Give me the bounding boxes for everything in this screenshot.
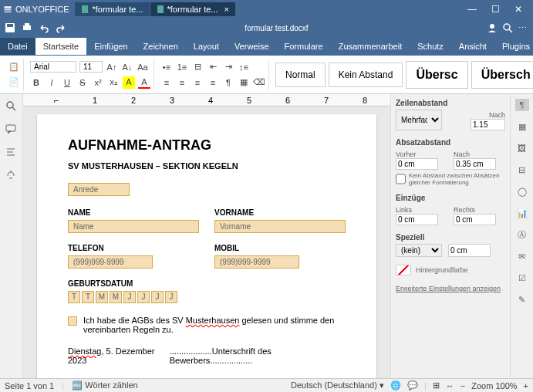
italic-button[interactable]: I [46, 76, 58, 89]
outdent-icon[interactable]: ⇤ [207, 61, 219, 73]
increase-font-icon[interactable]: A↑ [106, 61, 118, 73]
date-char[interactable]: T [82, 291, 94, 303]
date-char[interactable]: J [151, 291, 164, 303]
search-icon[interactable] [5, 100, 18, 113]
horizontal-ruler[interactable]: ⌐12345678 [23, 94, 390, 106]
zoom-label[interactable]: Zoom 100% [471, 381, 517, 390]
table-settings-icon[interactable]: ▦ [515, 120, 529, 133]
decrease-font-icon[interactable]: A↓ [121, 61, 133, 73]
paragraph-settings-icon[interactable]: ¶ [515, 99, 529, 111]
close-tab-icon[interactable]: × [224, 5, 229, 14]
feedback-icon[interactable] [5, 170, 18, 182]
font-color-button[interactable]: A [138, 76, 150, 89]
undo-icon[interactable] [39, 22, 49, 33]
strike-button[interactable]: S [76, 76, 89, 89]
mailmerge-icon[interactable]: ✉ [515, 250, 529, 262]
menu-forms[interactable]: Formulare [277, 38, 331, 55]
copy-icon[interactable]: 📋 [8, 61, 20, 73]
style-nospacing[interactable]: Kein Abstand [329, 63, 403, 87]
align-justify-icon[interactable]: ≡ [207, 76, 219, 89]
spacing-after[interactable] [454, 158, 496, 170]
spellcheck-icon[interactable]: 🌐 [390, 380, 401, 390]
zoom-out-icon[interactable]: − [460, 381, 465, 390]
page-indicator[interactable]: Seite 1 von 1 [5, 381, 54, 390]
underline-button[interactable]: U [61, 76, 73, 89]
name-field[interactable]: Name [68, 220, 199, 233]
align-center-icon[interactable]: ≡ [176, 76, 188, 89]
align-right-icon[interactable]: ≡ [191, 76, 204, 89]
textart-settings-icon[interactable]: Ⓐ [515, 228, 529, 241]
nonprinting-icon[interactable]: ¶ [222, 76, 234, 89]
spacing-before[interactable] [396, 158, 438, 170]
minimize-button[interactable]: — [460, 4, 484, 15]
date-char[interactable]: J [123, 291, 136, 303]
linespacing-icon[interactable]: ↕≡ [238, 61, 250, 73]
linespacing-value[interactable] [471, 119, 505, 130]
wordcount-button[interactable]: 🔤 Wörter zählen [72, 380, 138, 390]
menu-view[interactable]: Ansicht [451, 38, 494, 55]
anrede-field[interactable]: Anrede [68, 183, 130, 196]
superscript-button[interactable]: x² [92, 76, 104, 89]
vorname-field[interactable]: Vorname [214, 220, 346, 233]
date-char[interactable]: J [165, 291, 177, 303]
numbering-icon[interactable]: 1≡ [176, 61, 188, 73]
language-button[interactable]: Deutsch (Deutschland) ▾ [291, 380, 384, 390]
shading-icon[interactable]: ▦ [238, 76, 250, 89]
doc-tab-0[interactable]: *formular te... [75, 2, 150, 16]
image-settings-icon[interactable]: 🖼 [515, 142, 529, 154]
fit-page-icon[interactable]: ⊞ [433, 380, 440, 390]
style-normal[interactable]: Normal [275, 63, 326, 87]
no-spacing-checkbox[interactable] [396, 172, 406, 186]
font-name-select[interactable] [30, 61, 76, 73]
indent-left[interactable] [396, 214, 438, 225]
menu-collab[interactable]: Zusammenarbeit [331, 38, 410, 55]
special-mode[interactable]: (kein) [396, 244, 442, 257]
advanced-link[interactable]: Erweiterte Einstellungen anzeigen [396, 285, 501, 292]
more-icon[interactable]: ⋯ [518, 22, 528, 33]
menu-insert[interactable]: Einfügen [86, 38, 135, 55]
redo-icon[interactable] [56, 22, 66, 33]
multilevel-icon[interactable]: ⊟ [191, 61, 204, 73]
shape-settings-icon[interactable]: ◯ [515, 185, 529, 198]
bullets-icon[interactable]: •≡ [160, 61, 173, 73]
user-icon[interactable] [487, 22, 498, 33]
special-value[interactable] [448, 244, 491, 257]
clear-format-icon[interactable]: ⌫ [253, 76, 265, 89]
menu-draw[interactable]: Zeichnen [136, 38, 186, 55]
menu-protect[interactable]: Schutz [410, 38, 451, 55]
indent-right[interactable] [454, 214, 496, 225]
date-char[interactable]: T [68, 291, 80, 303]
page[interactable]: AUFNAHME-ANTRAG SV MUSTERHAUSEN – SEKTIO… [37, 114, 376, 378]
menu-plugins[interactable]: Plugins [494, 38, 533, 55]
subscript-button[interactable]: x₂ [107, 76, 120, 89]
save-icon[interactable] [5, 22, 15, 33]
menu-references[interactable]: Verweise [227, 38, 277, 55]
headings-icon[interactable] [5, 147, 18, 159]
print-icon[interactable] [22, 22, 32, 33]
highlight-button[interactable]: A [123, 76, 135, 89]
style-heading1[interactable]: Übersc [406, 61, 467, 89]
font-size-select[interactable] [79, 61, 103, 73]
form-settings-icon[interactable]: ☑ [515, 272, 529, 284]
style-heading2[interactable]: Übersch [471, 61, 533, 89]
mobil-field[interactable]: (999)999-9999 [214, 255, 299, 269]
bgcolor-swatch[interactable] [396, 265, 411, 275]
menu-home[interactable]: Startseite [35, 38, 86, 55]
menu-layout[interactable]: Layout [186, 38, 227, 55]
document-area[interactable]: ⌐12345678 AUFNAHME-ANTRAG SV MUSTERHAUSE… [23, 94, 390, 378]
date-char[interactable]: J [137, 291, 150, 303]
maximize-button[interactable]: ☐ [484, 4, 507, 15]
search-icon[interactable] [502, 22, 513, 33]
agb-checkbox[interactable] [68, 316, 77, 326]
date-char[interactable]: M [110, 291, 122, 303]
close-button[interactable]: ✕ [507, 4, 530, 15]
bold-button[interactable]: B [30, 76, 42, 89]
date-char[interactable]: M [96, 291, 108, 303]
zoom-in-icon[interactable]: + [524, 381, 528, 390]
paste-icon[interactable]: 📄 [8, 76, 20, 89]
align-left-icon[interactable]: ≡ [160, 76, 173, 89]
indent-icon[interactable]: ⇥ [222, 61, 234, 73]
doc-tab-1[interactable]: *formular te... × [150, 2, 236, 16]
chart-settings-icon[interactable]: 📊 [515, 207, 529, 219]
signature-icon[interactable]: ✎ [515, 293, 529, 306]
